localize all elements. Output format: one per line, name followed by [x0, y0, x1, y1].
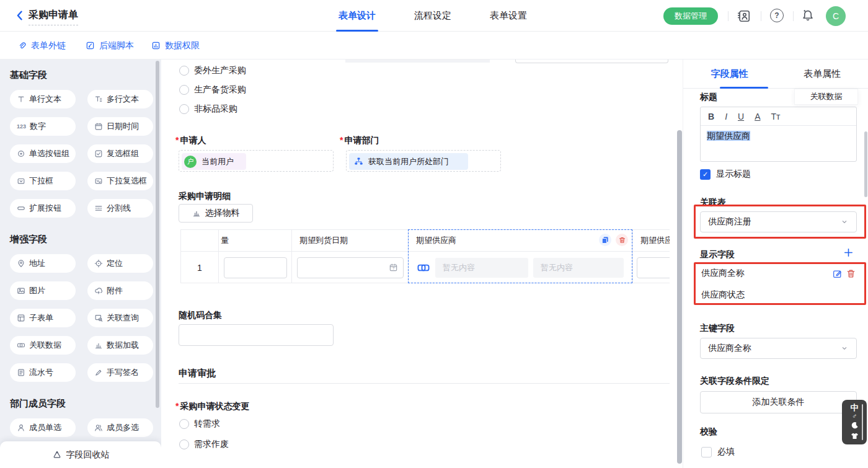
add-condition-button[interactable]: 添加关联条件	[700, 391, 857, 413]
backend-script-link[interactable]: 后端脚本	[86, 32, 134, 60]
select-icon	[17, 177, 25, 185]
field-item-datetime[interactable]: 日期时间	[87, 117, 153, 136]
page-title[interactable]: 采购申请单	[29, 9, 78, 25]
panel-scrollbar[interactable]	[864, 131, 867, 197]
shirt-icon[interactable]	[850, 431, 859, 441]
field-item-locate[interactable]: 定位	[87, 254, 153, 273]
contact-book-icon[interactable]	[737, 9, 751, 25]
field-item-extend-button[interactable]: 扩展按钮	[10, 199, 76, 218]
extend-button-icon	[17, 204, 25, 213]
cloud-upload-icon	[94, 286, 103, 295]
canvas-scrollbar[interactable]	[677, 130, 682, 464]
radio-icon[interactable]	[179, 104, 189, 114]
field-item-multi-select[interactable]: 下拉复选框	[87, 172, 153, 190]
avatar[interactable]: C	[826, 6, 846, 26]
copy-column-button[interactable]	[599, 234, 611, 246]
title-editor-body[interactable]: 期望供应商	[701, 126, 856, 147]
radio-icon[interactable]	[179, 66, 189, 76]
field-item-data-load[interactable]: 数据加载	[87, 336, 153, 355]
random-code-input[interactable]	[179, 324, 334, 346]
field-item-member-multi[interactable]: 成员多选	[87, 418, 153, 437]
italic-button[interactable]: I	[725, 112, 727, 121]
supplier-empty-box[interactable]: 暂无内容	[435, 258, 528, 278]
field-item-address[interactable]: 地址	[10, 254, 76, 273]
primary-key-select[interactable]: 供应商全称	[700, 338, 857, 359]
field-item-subform[interactable]: 子表单	[10, 309, 76, 327]
field-item-number[interactable]: 123 数字	[10, 117, 76, 136]
show-title-row: ✓ 显示标题	[700, 169, 751, 180]
help-icon[interactable]: ?	[770, 9, 784, 22]
field-item-member-single[interactable]: 成员单选	[10, 418, 76, 437]
required-checkbox[interactable]	[701, 447, 712, 457]
translate-extension-widget[interactable]: 中 ♂	[842, 400, 867, 444]
sidebar-scrollbar[interactable]	[156, 61, 159, 408]
date-input[interactable]: 7	[297, 257, 404, 278]
field-item-serial-number[interactable]: 流水号	[10, 363, 76, 382]
underline-button[interactable]: U	[738, 112, 744, 121]
field-recycle-bin[interactable]: 字段回收站	[0, 441, 161, 468]
data-permission-link[interactable]: 数据权限	[151, 32, 200, 60]
qty-input[interactable]	[224, 257, 287, 278]
col-header-date[interactable]: 期望到货日期	[292, 230, 409, 251]
tab-field-props[interactable]: 字段属性	[683, 60, 776, 88]
link-data-icon[interactable]	[417, 261, 430, 275]
col-header-qty[interactable]: 量	[219, 230, 292, 251]
bold-button[interactable]: B	[708, 112, 714, 121]
font-size-button[interactable]: Tᴛ	[771, 112, 780, 121]
tab-form-props[interactable]: 表单属性	[776, 60, 868, 88]
radio-icon[interactable]	[179, 85, 189, 95]
notification-bell-icon[interactable]	[801, 9, 815, 25]
field-item-select[interactable]: 下拉框	[10, 172, 76, 190]
field-item-link-query[interactable]: 关联查询	[87, 309, 153, 327]
title-prop-label: 标题	[700, 92, 717, 103]
radio-option: 需求作废	[179, 439, 229, 450]
tab-flow-setting[interactable]: 流程设定	[414, 0, 451, 32]
data-manage-button[interactable]: 数据管理	[663, 7, 718, 25]
relation-table-select[interactable]: 供应商注册	[700, 211, 857, 232]
supplier-empty-box[interactable]: 暂无内容	[533, 258, 624, 278]
field-item-link-data[interactable]: 关联数据	[10, 336, 76, 355]
field-item-divider[interactable]: 分割线	[87, 199, 153, 218]
display-field-row[interactable]: 供应商全称	[701, 268, 856, 279]
field-item-multi-text[interactable]: 多行文本	[87, 90, 153, 108]
current-user-chip[interactable]: 户 当前用户	[182, 153, 246, 170]
col-header-supplier2[interactable]: 期望供应	[633, 230, 670, 251]
display-field-row[interactable]: 供应商状态	[701, 289, 745, 301]
gender-icon[interactable]: ♂	[852, 413, 857, 420]
tab-form-setting[interactable]: 表单设置	[490, 0, 527, 32]
language-icon[interactable]: 中	[851, 404, 859, 412]
applicant-field-label: * 申请人	[175, 135, 206, 146]
top-bar: 采购申请单 表单设计 流程设定 表单设置 数据管理 ?	[0, 0, 868, 32]
applicant-input[interactable]: 户 当前用户	[179, 150, 334, 172]
tab-form-design[interactable]: 表单设计	[339, 0, 376, 32]
delete-column-button[interactable]	[616, 234, 628, 246]
form-external-link[interactable]: 表单外链	[17, 32, 66, 60]
select-material-button[interactable]: 选择物料	[179, 204, 253, 223]
field-item-checkbox-group[interactable]: 复选框组	[87, 144, 153, 163]
section-title-members: 部门成员字段	[10, 398, 161, 410]
required-asterisk: *	[340, 135, 343, 146]
field-item-single-text[interactable]: 单行文本	[10, 90, 76, 108]
edit-icon[interactable]	[832, 268, 843, 279]
moon-icon[interactable]	[850, 421, 859, 430]
font-color-button[interactable]: A	[755, 112, 760, 121]
add-display-field-button[interactable]	[843, 247, 854, 260]
required-row: 必填	[701, 446, 735, 457]
show-title-checkbox[interactable]: ✓	[700, 169, 711, 180]
partial-field	[515, 60, 668, 63]
user-icon: 户	[184, 156, 197, 168]
col-header-index	[181, 230, 219, 251]
field-item-radio-group[interactable]: 单选按钮组	[10, 144, 76, 163]
department-field-label: * 申请部门	[340, 135, 379, 146]
back-button[interactable]	[14, 9, 26, 22]
department-chip[interactable]: 获取当前用户所处部门	[349, 153, 468, 170]
department-input[interactable]: 获取当前用户所处部门	[346, 150, 501, 172]
people-icon	[94, 423, 103, 432]
radio-icon[interactable]	[179, 419, 189, 429]
field-item-image[interactable]: 图片	[10, 281, 76, 300]
field-item-signature[interactable]: 手写签名	[87, 363, 153, 382]
supplier2-input[interactable]	[637, 257, 670, 278]
trash-icon[interactable]	[846, 268, 856, 279]
field-item-attachment[interactable]: 附件	[87, 281, 153, 300]
radio-icon[interactable]	[179, 439, 189, 449]
